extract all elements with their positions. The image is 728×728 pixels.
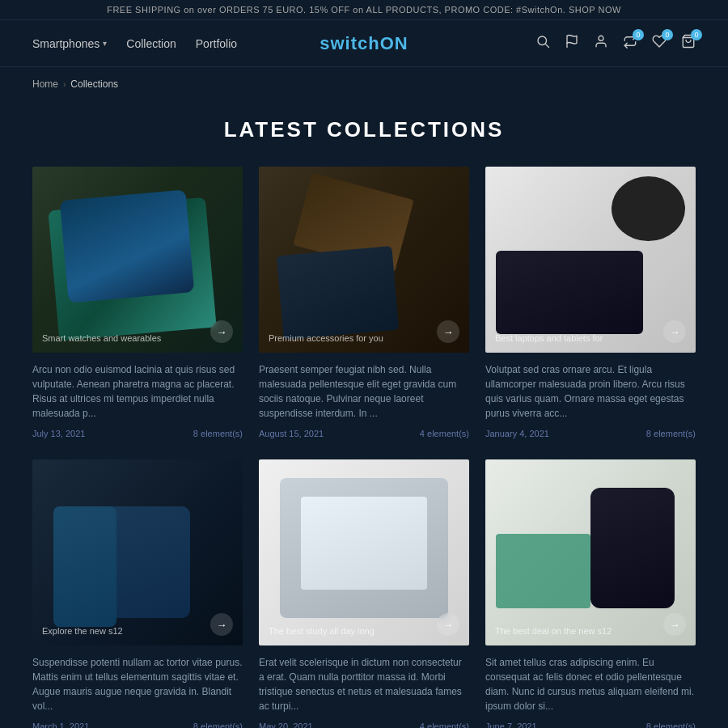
collection-image: The best deal on the new s12 → bbox=[485, 459, 696, 645]
collection-overlay-text: The best study all day long bbox=[269, 626, 375, 636]
collection-count: 4 element(s) bbox=[420, 722, 469, 728]
collection-card-6[interactable]: The best deal on the new s12 → Sit amet … bbox=[485, 459, 696, 728]
collections-grid: Smart watches and wearables → Arcu non o… bbox=[32, 167, 696, 728]
site-logo[interactable]: switchON bbox=[320, 33, 408, 54]
collection-info: Praesent semper feugiat nibh sed. Nulla … bbox=[259, 353, 469, 443]
chevron-down-icon: ▾ bbox=[103, 39, 107, 48]
compare-badge: 0 bbox=[633, 29, 644, 40]
collection-meta: June 7, 2021 8 element(s) bbox=[485, 722, 696, 728]
svg-line-1 bbox=[545, 44, 548, 47]
collection-image-wrap: Premium accessories for you → bbox=[259, 167, 469, 353]
collection-image-wrap: Smart watches and wearables → bbox=[32, 167, 243, 353]
collection-card-2[interactable]: Premium accessories for you → Praesent s… bbox=[259, 167, 469, 443]
collection-card-5[interactable]: The best study all day long → Erat velit… bbox=[259, 459, 469, 728]
nav-left: Smartphones ▾ Collection Portfolio bbox=[32, 37, 237, 50]
collection-image: Explore the new s12 → bbox=[32, 459, 243, 645]
collection-count: 4 element(s) bbox=[420, 429, 469, 438]
collection-arrow-button[interactable]: → bbox=[210, 613, 233, 636]
collection-count: 8 element(s) bbox=[193, 722, 243, 728]
collection-card-1[interactable]: Smart watches and wearables → Arcu non o… bbox=[32, 167, 243, 443]
wishlist-badge: 0 bbox=[662, 29, 673, 40]
collection-info: Volutpat sed cras ornare arcu. Et ligula… bbox=[485, 353, 696, 443]
breadcrumb-home[interactable]: Home bbox=[32, 78, 58, 90]
collection-overlay-text: Explore the new s12 bbox=[42, 626, 123, 636]
collection-image-wrap: Best laptops and tablets for → bbox=[485, 167, 696, 353]
collection-image-wrap: The best deal on the new s12 → bbox=[485, 459, 696, 645]
collection-overlay-text: The best deal on the new s12 bbox=[495, 626, 612, 636]
collection-date: May 20, 2021 bbox=[259, 722, 313, 728]
collection-description: Suspendisse potenti nullam ac tortor vit… bbox=[32, 655, 243, 713]
collection-date: July 13, 2021 bbox=[32, 429, 85, 438]
cart-icon[interactable]: 0 bbox=[681, 34, 696, 53]
collection-info: Arcu non odio euismod lacinia at quis ri… bbox=[32, 353, 243, 443]
collection-arrow-button[interactable]: → bbox=[437, 320, 459, 343]
collection-description: Erat velit scelerisque in dictum non con… bbox=[259, 655, 469, 713]
nav-right: 0 0 0 bbox=[535, 34, 696, 53]
collection-count: 8 element(s) bbox=[193, 429, 243, 438]
collection-meta: March 1, 2021 8 element(s) bbox=[32, 722, 243, 728]
collection-description: Arcu non odio euismod lacinia at quis ri… bbox=[32, 362, 243, 421]
collection-arrow-button[interactable]: → bbox=[437, 613, 459, 636]
collection-description: Sit amet tellus cras adipiscing enim. Eu… bbox=[485, 655, 696, 713]
collection-date: January 4, 2021 bbox=[485, 429, 549, 438]
collection-meta: January 4, 2021 8 element(s) bbox=[485, 429, 696, 438]
svg-point-3 bbox=[599, 36, 603, 40]
collection-overlay-text: Premium accessories for you bbox=[269, 333, 383, 343]
collection-meta: July 13, 2021 8 element(s) bbox=[32, 429, 243, 438]
collection-arrow-button[interactable]: → bbox=[663, 320, 686, 343]
collection-meta: August 15, 2021 4 element(s) bbox=[259, 429, 469, 438]
collection-image: The best study all day long → bbox=[259, 459, 469, 645]
collection-count: 8 element(s) bbox=[646, 429, 696, 438]
collection-date: March 1, 2021 bbox=[32, 722, 89, 728]
collection-image: Smart watches and wearables → bbox=[32, 167, 243, 353]
flag-icon[interactable] bbox=[565, 34, 579, 53]
collection-card-3[interactable]: Best laptops and tablets for → Volutpat … bbox=[485, 167, 696, 443]
section-title: LATEST COLLECTIONS bbox=[32, 117, 696, 142]
breadcrumb: Home › Collections bbox=[0, 67, 728, 101]
collection-meta: May 20, 2021 4 element(s) bbox=[259, 722, 469, 728]
promo-banner: FREE SHIPPING on over ORDERS 75 EURO. 15… bbox=[0, 0, 728, 20]
collection-date: June 7, 2021 bbox=[485, 722, 537, 728]
collection-image: Premium accessories for you → bbox=[259, 167, 469, 353]
collection-overlay-text: Best laptops and tablets for bbox=[495, 333, 603, 343]
collection-description: Volutpat sed cras ornare arcu. Et ligula… bbox=[485, 362, 696, 421]
cart-badge: 0 bbox=[691, 29, 702, 40]
header: Smartphones ▾ Collection Portfolio switc… bbox=[0, 20, 728, 67]
collection-date: August 15, 2021 bbox=[259, 429, 324, 438]
collection-info: Erat velit scelerisque in dictum non con… bbox=[259, 645, 469, 728]
user-icon[interactable] bbox=[594, 34, 608, 53]
collection-info: Sit amet tellus cras adipiscing enim. Eu… bbox=[485, 645, 696, 728]
nav-smartphones[interactable]: Smartphones ▾ bbox=[32, 37, 107, 50]
collection-overlay-text: Smart watches and wearables bbox=[42, 333, 161, 343]
collection-image-wrap: The best study all day long → bbox=[259, 459, 469, 645]
collection-arrow-button[interactable]: → bbox=[663, 613, 686, 636]
collection-description: Praesent semper feugiat nibh sed. Nulla … bbox=[259, 362, 469, 421]
nav-portfolio[interactable]: Portfolio bbox=[196, 37, 237, 50]
collection-card-4[interactable]: Explore the new s12 → Suspendisse potent… bbox=[32, 459, 243, 728]
search-icon[interactable] bbox=[535, 34, 550, 53]
nav-collection[interactable]: Collection bbox=[126, 37, 176, 50]
compare-icon[interactable]: 0 bbox=[623, 34, 637, 53]
collection-image-wrap: Explore the new s12 → bbox=[32, 459, 243, 645]
collection-arrow-button[interactable]: → bbox=[210, 320, 233, 343]
collection-count: 8 element(s) bbox=[646, 722, 696, 728]
wishlist-icon[interactable]: 0 bbox=[652, 34, 667, 53]
main-content: LATEST COLLECTIONS Smart watches and wea… bbox=[0, 101, 728, 728]
collection-info: Suspendisse potenti nullam ac tortor vit… bbox=[32, 645, 243, 728]
collection-image: Best laptops and tablets for → bbox=[485, 167, 696, 353]
